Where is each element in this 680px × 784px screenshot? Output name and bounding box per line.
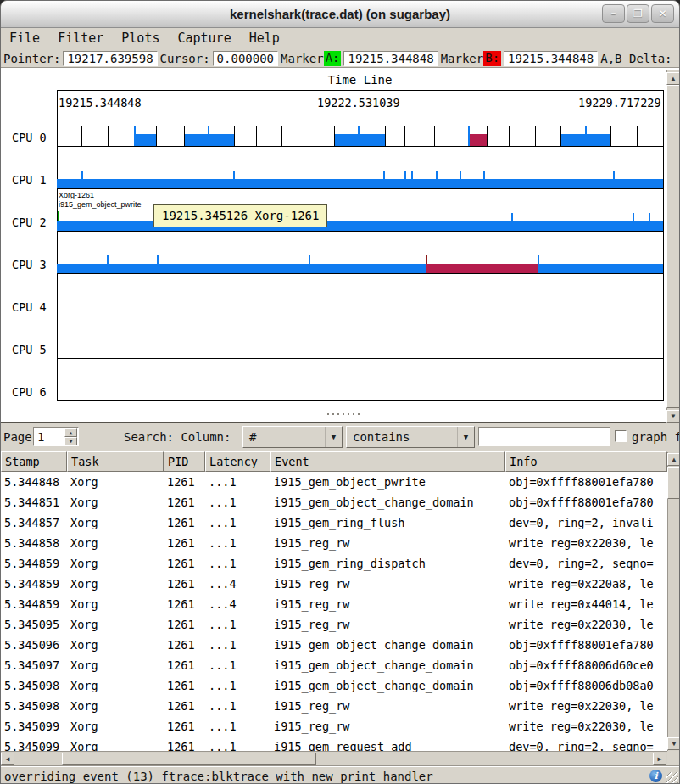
cpu-plot-0[interactable]: [57, 104, 663, 147]
spinner-up-icon[interactable]: ▲: [64, 428, 77, 437]
arrow-left-icon[interactable]: ◀: [1, 753, 14, 765]
column-header-info[interactable]: Info: [505, 451, 667, 472]
cell-task: Xorg: [67, 675, 164, 696]
cell-stamp: 5.345096: [1, 635, 67, 655]
page-value: 1: [37, 430, 44, 444]
task-bar-blue[interactable]: [57, 221, 663, 231]
task-bar-blue[interactable]: [57, 179, 663, 188]
cell-task: Xorg: [67, 594, 164, 614]
arrow-right-icon[interactable]: ▶: [653, 753, 666, 765]
delta-label: A,B Delta:: [600, 52, 672, 65]
arrow-down-icon[interactable]: ▼: [667, 737, 680, 750]
table-row[interactable]: 5.345099Xorg1261...1i915_reg_rwwrite reg…: [1, 716, 667, 736]
cell-pid: 1261: [164, 574, 205, 594]
cell-pid: 1261: [164, 635, 205, 655]
table-row[interactable]: 5.344859Xorg1261...4i915_reg_rwwrite reg…: [1, 574, 667, 594]
search-input[interactable]: [478, 427, 610, 446]
graph-vscrollbar[interactable]: ▲ ▼: [666, 70, 680, 423]
tooltip-leader-line: [57, 210, 157, 210]
cell-latency: ...1: [205, 716, 270, 736]
info-icon[interactable]: i: [649, 770, 662, 782]
cpu-plot-2[interactable]: [57, 189, 663, 232]
column-header-task[interactable]: Task: [67, 451, 164, 472]
cell-info: dev=0, ring=2, invali: [505, 512, 667, 533]
column-header-latency[interactable]: Latency: [205, 451, 270, 472]
table-row[interactable]: 5.345099Xorg1261...1i915_gem_request_add…: [1, 736, 667, 751]
task-bar-crimson[interactable]: [468, 134, 486, 146]
cell-info: write reg=0x22030, le: [505, 614, 667, 635]
minimize-button[interactable]: –: [602, 4, 625, 23]
cpu-band-1: CPU 1: [1, 147, 679, 189]
graph-follows-label: graph follows: [632, 430, 679, 444]
table-hscrollbar[interactable]: ◀ ▶: [1, 751, 667, 765]
spinner-down-icon[interactable]: ▼: [64, 437, 77, 445]
cell-stamp: 5.344848: [1, 472, 67, 492]
task-bar-blue[interactable]: [134, 134, 156, 146]
table-row[interactable]: 5.345096Xorg1261...1i915_gem_object_chan…: [1, 635, 667, 655]
task-bar-blue[interactable]: [538, 264, 663, 273]
cpu-plot-4[interactable]: [57, 274, 663, 316]
cell-info: write reg=0x22030, le: [505, 696, 667, 716]
column-header-event[interactable]: Event: [270, 451, 505, 472]
table-row[interactable]: 5.344859Xorg1261...4i915_reg_rwwrite reg…: [1, 594, 667, 614]
menu-item-help[interactable]: Help: [249, 31, 280, 46]
cpu-plot-5[interactable]: [57, 316, 663, 359]
graph-follows-checkbox[interactable]: [615, 430, 627, 442]
table-row[interactable]: 5.344848Xorg1261...1i915_gem_object_pwri…: [1, 472, 667, 492]
cell-event: i915_reg_rw: [270, 594, 505, 614]
task-bar-blue[interactable]: [57, 264, 426, 273]
cpu-plot-3[interactable]: [57, 232, 663, 274]
cpu-plot-6[interactable]: [57, 359, 663, 401]
table-row[interactable]: 5.344859Xorg1261...1i915_gem_ring_dispat…: [1, 553, 667, 574]
cpu-plot-1[interactable]: [57, 147, 663, 189]
cell-info: write reg=0x22030, le: [505, 716, 667, 736]
splitter-handle-icon[interactable]: [327, 413, 365, 416]
table-row[interactable]: 5.345097Xorg1261...1i915_gem_object_chan…: [1, 655, 667, 675]
table-row[interactable]: 5.344858Xorg1261...1i915_reg_rwwrite reg…: [1, 533, 667, 553]
table-row[interactable]: 5.344857Xorg1261...1i915_gem_ring_flushd…: [1, 512, 667, 533]
event-tick: [256, 126, 257, 146]
cell-pid: 1261: [164, 533, 205, 553]
menu-item-filter[interactable]: Filter: [58, 31, 103, 46]
arrow-down-icon[interactable]: ▼: [666, 410, 680, 423]
table-row[interactable]: 5.345098Xorg1261...1i915_reg_rwwrite reg…: [1, 696, 667, 716]
table-row[interactable]: 5.345095Xorg1261...1i915_reg_rwwrite reg…: [1, 614, 667, 635]
cell-stamp: 5.344859: [1, 553, 67, 574]
table-row[interactable]: 5.345098Xorg1261...1i915_gem_object_chan…: [1, 675, 667, 696]
cell-event: i915_gem_object_change_domain: [270, 492, 505, 512]
event-tick: [613, 171, 615, 179]
cell-latency: ...1: [205, 675, 270, 696]
arrow-up-icon[interactable]: ▲: [666, 72, 680, 85]
resize-grip[interactable]: [666, 772, 678, 784]
title-bar[interactable]: kernelshark(trace.dat) (on sugarbay) – ❐…: [1, 1, 679, 28]
menu-item-plots[interactable]: Plots: [121, 31, 159, 46]
cell-event: i915_gem_object_change_domain: [270, 635, 505, 655]
cell-pid: 1261: [164, 492, 205, 512]
menu-item-capture[interactable]: Capture: [177, 31, 231, 46]
cell-stamp: 5.345097: [1, 655, 67, 675]
column-header-stamp[interactable]: Stamp: [1, 451, 67, 472]
timeline-graph-panel[interactable]: Time Line 19215.344848 19222.531039 1922…: [1, 68, 679, 423]
timeline-title: Time Line: [57, 73, 663, 87]
chevron-down-icon: ▼: [325, 427, 342, 447]
arrow-up-icon[interactable]: ▲: [667, 453, 680, 466]
column-select[interactable]: # ▼: [242, 426, 343, 448]
graph-vscroll-thumb[interactable]: [666, 85, 680, 408]
cell-event: i915_gem_object_change_domain: [270, 655, 505, 675]
event-tick: [509, 126, 510, 146]
page-spinner[interactable]: 1 ▲ ▼: [33, 427, 79, 446]
table-row[interactable]: 5.344851Xorg1261...1i915_gem_object_chan…: [1, 492, 667, 512]
menu-item-file[interactable]: File: [9, 31, 40, 46]
cpu2-task-label: Xorg-1261: [59, 191, 142, 200]
close-button[interactable]: ✕: [651, 4, 674, 23]
event-tick: [383, 171, 385, 179]
maximize-button[interactable]: ❐: [627, 4, 649, 23]
table-vscrollbar[interactable]: ▲ ▼: [667, 452, 680, 751]
cell-info: obj=0xffff88001efa780: [505, 492, 667, 512]
table-hscroll-thumb[interactable]: [62, 753, 316, 765]
match-select[interactable]: contains ▼: [346, 426, 475, 448]
column-header-pid[interactable]: PID: [164, 451, 205, 472]
table-vscroll-thumb[interactable]: [667, 467, 680, 499]
task-bar-crimson[interactable]: [426, 264, 538, 273]
cell-info: obj=0xffff88001efa780: [505, 472, 667, 492]
